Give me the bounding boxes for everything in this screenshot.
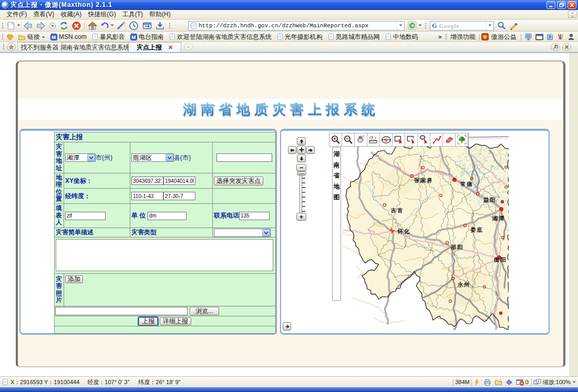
home-icon[interactable] xyxy=(86,20,99,31)
addons-grip[interactable] xyxy=(445,33,447,40)
map-container[interactable]: 张家界常德益阳吉首怀化娄底湘潭邵阳衡阳永州 xyxy=(342,135,509,330)
bookmark-item[interactable]: MMSN.com xyxy=(48,33,89,40)
tab-server-not-found[interactable]: 找不到服务器 xyxy=(17,42,62,52)
restore-button[interactable] xyxy=(557,1,566,9)
search-box[interactable]: G Google xyxy=(430,21,494,30)
menu-item[interactable]: 收藏(A) xyxy=(57,9,85,19)
menu-item[interactable]: 文件(F) xyxy=(3,9,30,19)
tab-disaster-report[interactable]: 灾点上报✕ xyxy=(128,42,181,52)
latitude-input[interactable] xyxy=(163,192,195,200)
map-select-rect-button[interactable] xyxy=(405,133,418,146)
browse-button[interactable]: 浏览... xyxy=(190,307,219,315)
address-bar[interactable]: http://dzzh.hndh.gov.cn/dzzhWeb/MainRepo… xyxy=(188,21,405,30)
tabbar-close-icon[interactable] xyxy=(562,43,571,51)
tab-info-system[interactable]: 湖南省地质灾害信息系统 xyxy=(61,42,128,52)
links-folder[interactable]: 链接 xyxy=(15,33,48,42)
submit-button[interactable]: 上报 xyxy=(139,317,158,325)
download-icon[interactable] xyxy=(153,20,167,31)
map-eraser-button[interactable] xyxy=(443,133,456,146)
zoom-dropdown-icon[interactable] xyxy=(572,381,576,384)
go-icon[interactable] xyxy=(407,20,418,31)
history-dropdown-icon[interactable] xyxy=(47,20,57,31)
close-button[interactable] xyxy=(567,1,576,9)
tabbar-wrench-icon[interactable] xyxy=(551,43,560,51)
favorites-heart-icon[interactable] xyxy=(6,34,14,40)
search-engine-label[interactable]: Google xyxy=(439,23,486,29)
bookmark-item[interactable]: 中地数码 xyxy=(383,33,421,42)
disaster-type-select[interactable] xyxy=(214,229,271,237)
search-dropdown-icon[interactable] xyxy=(486,22,493,30)
menu-item[interactable]: 工具(T) xyxy=(119,9,146,19)
go-dropdown-icon[interactable] xyxy=(418,20,422,31)
undo-icon[interactable] xyxy=(99,20,110,31)
menu-item[interactable]: 查看(V) xyxy=(30,9,57,19)
photo-file-input[interactable] xyxy=(55,307,188,315)
minimize-button[interactable] xyxy=(546,1,555,9)
addons-label[interactable]: 增强功能 xyxy=(448,33,478,42)
menu-item[interactable]: 帮助(H) xyxy=(146,9,174,19)
map-pan-up-button[interactable] xyxy=(297,137,306,145)
x-coordinate-input[interactable] xyxy=(131,177,163,185)
map-draw-line-button[interactable] xyxy=(430,133,443,146)
map-zoom-in-button[interactable] xyxy=(329,133,342,146)
unit-input[interactable] xyxy=(148,212,187,220)
map-scale-button[interactable]: S xyxy=(380,133,393,146)
menu-item[interactable]: 快捷组(G) xyxy=(85,9,119,19)
status-proxy-icon[interactable] xyxy=(483,379,491,386)
capture-icon[interactable] xyxy=(140,20,153,31)
window-mode-icon[interactable] xyxy=(535,34,543,40)
panel-collapse-button[interactable] xyxy=(283,322,291,331)
pick-disaster-point-button[interactable]: 选择突发灾害点 xyxy=(214,177,263,185)
bookmark-item[interactable]: 光年摄影机构 xyxy=(274,33,325,42)
phone-input[interactable] xyxy=(239,212,270,220)
map-select-circle-button[interactable] xyxy=(418,133,430,146)
history-clock-icon[interactable] xyxy=(127,20,140,31)
city-select[interactable]: 湘潭 xyxy=(65,153,96,162)
bookmark-item[interactable]: 欢迎登陆湖南省地质灾害信息系统 xyxy=(167,33,274,42)
pens-icon[interactable] xyxy=(557,33,564,40)
charity-icon[interactable] xyxy=(481,33,489,40)
new-page-icon[interactable] xyxy=(5,20,16,31)
bookmark-item[interactable]: 暴风影音 xyxy=(89,33,128,42)
notes-icon[interactable] xyxy=(546,33,554,40)
charity-label[interactable]: 傲游公益 xyxy=(489,33,519,42)
address-detail-input[interactable] xyxy=(216,153,272,162)
map-pan-center-button[interactable] xyxy=(297,146,306,154)
toolbar-grip[interactable] xyxy=(1,22,4,29)
y-coordinate-input[interactable] xyxy=(163,177,195,185)
search-grip[interactable] xyxy=(424,22,427,29)
status-eraser-icon[interactable] xyxy=(505,379,513,386)
status-boost-icon[interactable] xyxy=(473,378,480,386)
map-zoom-in-slider-button[interactable]: + xyxy=(296,213,306,221)
map-zoom-rect-button[interactable] xyxy=(393,133,405,146)
address-url[interactable]: http://dzzh.hndh.gov.cn/dzzhWeb/MainRepo… xyxy=(199,23,396,29)
new-tab-button[interactable]: + xyxy=(184,44,192,50)
new-page-dropdown-icon[interactable] xyxy=(16,20,21,31)
user-icon[interactable] xyxy=(567,33,575,40)
magic-fill-icon[interactable] xyxy=(115,20,127,31)
bookmark-item[interactable]: M电台指南 xyxy=(128,33,167,42)
county-select[interactable]: 雨湖区 xyxy=(131,153,174,162)
map-zoom-out-button[interactable] xyxy=(342,133,355,146)
bookmarks-overflow-chevron[interactable]: » xyxy=(437,33,443,40)
address-dropdown-icon[interactable] xyxy=(396,22,404,30)
zoom-window-icon[interactable] xyxy=(533,379,541,386)
map-pan-right-button[interactable] xyxy=(306,146,315,154)
favorites-panel-star-icon[interactable] xyxy=(7,43,16,51)
map-zoom-out-slider-button[interactable]: − xyxy=(296,164,306,171)
back-icon[interactable] xyxy=(21,20,34,31)
forward-icon[interactable] xyxy=(34,20,47,31)
description-textarea[interactable] xyxy=(56,239,273,271)
tabbar-grip[interactable] xyxy=(2,43,5,50)
addressbar-grip[interactable] xyxy=(168,22,171,29)
map-zoom-slider-track[interactable] xyxy=(300,176,302,213)
remote-pc-icon[interactable] xyxy=(524,33,532,40)
tab-close-icon[interactable]: ✕ xyxy=(168,44,173,51)
toolbar-collapse-chevron-icon[interactable]: ⌄⌄ xyxy=(568,11,577,18)
status-folder-icon[interactable] xyxy=(494,379,502,386)
map-full-extent-button[interactable] xyxy=(456,133,468,146)
longitude-input[interactable] xyxy=(131,192,163,200)
bookmarks-grip[interactable] xyxy=(1,33,4,40)
reporter-input[interactable] xyxy=(65,212,106,220)
map-pan-down-button[interactable] xyxy=(297,154,306,162)
